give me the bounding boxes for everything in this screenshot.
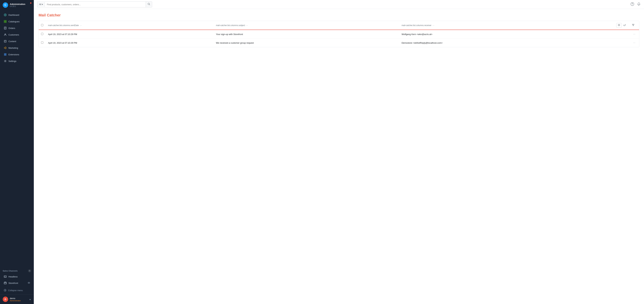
sales-channels-label: Sales Channels (3, 270, 18, 272)
sidebar-item-label-catalogues: Catalogues (8, 20, 20, 23)
row-1-sent-date: April 19, 2023 at 07:10:29 PM (46, 30, 214, 39)
svg-rect-2 (4, 20, 5, 21)
select-all-checkbox[interactable] (41, 24, 43, 26)
svg-rect-14 (4, 54, 5, 54)
sidebar-item-settings[interactable]: Settings (1, 58, 33, 64)
search-filter-label: All (39, 3, 41, 6)
sidebar-item-dashboard[interactable]: Dashboard (1, 12, 33, 18)
app-logo: C (3, 2, 8, 8)
col-subject: mail-catcher.list.columns.subject ··· (214, 21, 399, 30)
sidebar-item-label-settings: Settings (8, 60, 16, 62)
catalogues-icon (4, 20, 7, 23)
svg-rect-19 (4, 276, 6, 277)
storefront-label: Storefront (8, 282, 26, 284)
sales-channels-header: Sales Channels + (0, 268, 34, 273)
notifications-icon[interactable] (637, 2, 640, 7)
search-input[interactable] (45, 2, 146, 7)
svg-point-18 (5, 61, 6, 62)
col-receiver-label: mail-catcher.list.columns.receiver (402, 24, 432, 27)
row-1-subject: Your sign-up with Storefront (214, 30, 399, 39)
page-content: Mail Catcher mail-catcher.list.columns.s… (34, 9, 644, 304)
dashboard-icon (4, 13, 7, 17)
headless-label: Headless (8, 275, 30, 278)
sidebar-item-label-marketing: Marketing (8, 47, 18, 49)
svg-rect-20 (4, 282, 6, 284)
storefront-visibility-icon[interactable] (28, 282, 30, 284)
user-role: Administrator (10, 299, 28, 302)
sidebar-item-label-dashboard: Dashboard (8, 14, 19, 16)
main-content: All ▾ (34, 0, 644, 304)
marketing-icon (4, 46, 7, 49)
row-1-action-button[interactable]: ··· (632, 32, 637, 36)
page-title: Mail Catcher (38, 13, 639, 18)
row-2-checkbox[interactable] (41, 42, 43, 44)
svg-line-25 (150, 5, 150, 5)
user-chevron-icon: ▲ (29, 298, 31, 300)
user-avatar: D (3, 296, 8, 302)
app-name: Administration (10, 3, 25, 6)
add-sales-channel-button[interactable]: + (28, 269, 31, 272)
table: mail-catcher.list.columns.sentDate ··· m… (39, 21, 639, 47)
sidebar-item-content[interactable]: Content (1, 38, 33, 45)
sidebar-item-extensions[interactable]: Extensions (1, 51, 33, 58)
sidebar-item-storefront[interactable]: Storefront (1, 280, 33, 286)
help-icon[interactable] (630, 2, 634, 7)
col-subject-label: mail-catcher.list.columns.subject (216, 24, 245, 27)
row-2-subject: We received a customer group request (214, 39, 399, 47)
svg-rect-4 (4, 22, 5, 23)
customers-icon (4, 33, 7, 36)
svg-point-0 (4, 14, 6, 16)
sidebar-item-label-extensions: Extensions (8, 53, 19, 56)
orders-icon (4, 27, 7, 30)
row-1-checkbox[interactable] (41, 33, 43, 35)
sidebar-item-orders[interactable]: Orders (1, 25, 33, 31)
mail-catcher-table: mail-catcher.list.columns.sentDate ··· m… (38, 21, 639, 47)
svg-rect-15 (6, 54, 6, 54)
topbar: All ▾ (34, 0, 644, 9)
svg-rect-3 (6, 20, 6, 21)
sidebar-item-marketing[interactable]: Marketing (1, 45, 33, 51)
col-subject-options[interactable]: ··· (246, 24, 248, 27)
sidebar-item-catalogues[interactable]: Catalogues (1, 18, 33, 25)
sidebar-item-label-customers: Customers (8, 34, 19, 36)
col-table-actions (599, 21, 630, 30)
extensions-icon (4, 53, 7, 56)
user-section[interactable]: D demo Administrator ▲ (0, 294, 34, 304)
refresh-button[interactable] (623, 24, 626, 27)
svg-point-27 (632, 5, 632, 5)
content-icon (4, 40, 7, 43)
table-header: mail-catcher.list.columns.sentDate ··· m… (39, 21, 639, 30)
row-2-action-button[interactable]: ··· (632, 41, 637, 45)
sidebar-item-label-orders: Orders (8, 27, 15, 30)
settings-icon (4, 60, 7, 63)
search-bar: All ▾ (37, 1, 152, 8)
svg-rect-11 (4, 40, 6, 42)
sidebar-item-headless[interactable]: Headless (1, 273, 33, 280)
col-sent-date: mail-catcher.list.columns.sentDate ··· (46, 21, 214, 30)
svg-point-22 (29, 282, 29, 283)
search-filter-button[interactable]: All ▾ (37, 2, 45, 7)
filter-button[interactable] (632, 24, 634, 27)
collapse-menu-label: Collapse menu (8, 289, 23, 292)
col-filter (630, 21, 639, 30)
svg-point-1 (5, 15, 6, 16)
storefront-icon (4, 281, 7, 284)
svg-rect-5 (6, 22, 6, 23)
col-sent-date-label: mail-catcher.list.columns.sentDate (48, 24, 79, 27)
svg-point-17 (6, 55, 6, 56)
user-name: demo (10, 297, 28, 299)
row-2-sent-date: April 19, 2023 at 07:10:29 PM (46, 39, 214, 47)
collapse-menu-button[interactable]: Collapse menu (1, 287, 33, 294)
table-body: April 19, 2023 at 07:10:29 PM Your sign-… (39, 30, 639, 47)
headless-icon (4, 275, 7, 278)
row-2-receiver: Demostore <doNotReply@localhost.com> (399, 39, 599, 47)
topbar-actions (630, 2, 640, 7)
col-receiver-options[interactable]: ··· (432, 24, 434, 27)
sidebar-header: C Administration 6.4.20.1 (0, 0, 34, 10)
column-settings-button[interactable] (616, 23, 622, 28)
sidebar-item-customers[interactable]: Customers (1, 32, 33, 38)
select-all-col (39, 21, 46, 30)
table-row: April 19, 2023 at 07:10:29 PM Your sign-… (39, 30, 639, 39)
col-sent-date-options[interactable]: ··· (80, 24, 82, 27)
search-submit-button[interactable] (146, 2, 152, 7)
